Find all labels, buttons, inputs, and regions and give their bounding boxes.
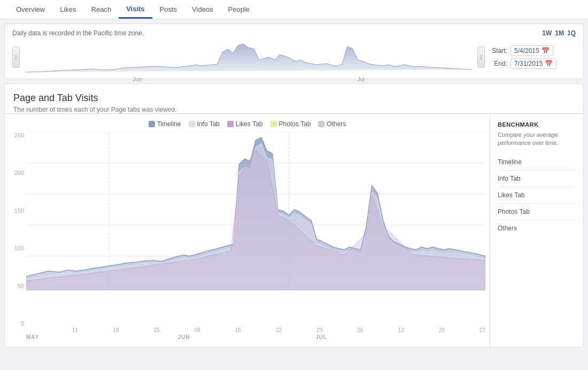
timeline-chart-area: Jun Jul Start: 5/4/2015 📅 End: (12, 41, 576, 73)
nav-reach[interactable]: Reach (84, 1, 119, 18)
start-date-input[interactable]: 5/4/2015 📅 (510, 45, 553, 56)
date-jul: Jul (357, 76, 365, 82)
page-tab-header: Page and Tab Visits The number of times … (4, 83, 584, 113)
top-navigation: Overview Likes Reach Visits Posts Videos… (0, 0, 588, 19)
x-15: 15 (235, 327, 241, 333)
legend-label-others: Others (327, 120, 346, 128)
legend-label-likes: Likes Tab (236, 120, 262, 128)
legend-info-tab: Info Tab (189, 120, 220, 128)
calendar-icon-start: 📅 (541, 47, 550, 55)
y-100: 100 (9, 245, 24, 251)
x-29: 29 (316, 327, 322, 333)
x-18: 18 (113, 327, 119, 333)
legend-color-timeline (149, 121, 155, 127)
chart-section: Timeline Info Tab Likes Tab Photos Tab O… (4, 113, 584, 348)
timeline-chart: Jun Jul (25, 41, 472, 73)
page-tab-title-section: Page and Tab Visits The number of times … (5, 84, 583, 113)
period-1q[interactable]: 1Q (567, 29, 576, 37)
y-200: 200 (9, 169, 24, 176)
month-jun: JUN (177, 334, 190, 340)
benchmark-sidebar: BENCHMARK Compare your average performan… (490, 114, 583, 347)
nav-videos[interactable]: Videos (184, 1, 221, 18)
benchmark-desc: Compare your average performance over ti… (498, 131, 576, 148)
legend-color-others (318, 121, 324, 127)
chart-svg-container: MAY 11 18 25 08 15 22 29 06 13 20 27 MAY… (26, 132, 485, 343)
end-label: End: (490, 60, 507, 67)
x-08: 08 (195, 327, 200, 333)
legend-label-photos: Photos Tab (279, 120, 311, 128)
legend-color-photos (270, 121, 277, 127)
main-chart-svg (26, 132, 485, 325)
y-250: 250 (9, 132, 24, 138)
x-month-labels: MAY JUN JUL (26, 334, 485, 343)
start-date-row: Start: 5/4/2015 📅 (490, 45, 576, 56)
timeline-date-labels: Jun Jul (25, 76, 472, 82)
x-11: 11 (72, 327, 78, 333)
legend-likes-tab: Likes Tab (227, 120, 262, 128)
nav-visits[interactable]: Visits (119, 1, 152, 19)
page-tab-desc: The number of times each of your Page ta… (13, 106, 575, 113)
legend-color-info (189, 121, 195, 127)
nav-posts[interactable]: Posts (152, 1, 185, 18)
benchmark-info-tab[interactable]: Info Tab (498, 171, 576, 187)
y-axis: 250 200 150 100 50 0 (9, 132, 26, 343)
legend-label-timeline: Timeline (157, 120, 181, 128)
x-22: 22 (276, 327, 282, 333)
x-axis-labels: MAY 11 18 25 08 15 22 29 06 13 20 27 (26, 326, 485, 333)
month-may: MAY (26, 334, 39, 340)
nav-overview[interactable]: Overview (9, 1, 52, 18)
timeline-info-bar: Daily data is recorded in the Pacific ti… (12, 29, 576, 37)
slider-handle-left[interactable] (12, 47, 20, 68)
page-tab-title: Page and Tab Visits (13, 92, 575, 104)
x-13: 13 (398, 327, 404, 333)
benchmark-photos-tab[interactable]: Photos Tab (498, 204, 576, 220)
legend-label-info: Info Tab (197, 120, 220, 128)
y-150: 150 (9, 207, 24, 214)
period-1w[interactable]: 1W (542, 29, 552, 37)
nav-likes[interactable]: Likes (52, 1, 83, 18)
end-date-row: End: 7/31/2015 📅 (490, 58, 576, 69)
calendar-icon-end: 📅 (545, 60, 553, 67)
x-25: 25 (153, 327, 159, 333)
benchmark-likes-tab[interactable]: Likes Tab (498, 187, 576, 204)
period-buttons: 1W 1M 1Q (542, 29, 576, 37)
benchmark-title: BENCHMARK (498, 121, 576, 128)
slider-handle-right[interactable] (477, 47, 485, 68)
start-date-value: 5/4/2015 (514, 47, 539, 55)
timeline-section: Daily data is recorded in the Pacific ti… (4, 24, 584, 79)
x-06: 06 (357, 327, 363, 333)
legend-color-likes (227, 121, 234, 127)
benchmark-timeline[interactable]: Timeline (498, 154, 576, 171)
chart-main-area: Timeline Info Tab Likes Tab Photos Tab O… (5, 114, 490, 347)
x-20: 20 (439, 327, 445, 333)
nav-people[interactable]: People (221, 1, 257, 18)
date-range: Start: 5/4/2015 📅 End: 7/31/2015 📅 (490, 45, 576, 69)
end-date-value: 7/31/2015 (514, 60, 543, 67)
end-date-input[interactable]: 7/31/2015 📅 (510, 58, 556, 69)
chart-with-axes: 250 200 150 100 50 0 (9, 132, 485, 343)
x-27: 27 (479, 327, 485, 333)
legend-timeline: Timeline (149, 120, 181, 128)
benchmark-list: Timeline Info Tab Likes Tab Photos Tab O… (498, 154, 576, 236)
chart-legend: Timeline Info Tab Likes Tab Photos Tab O… (9, 120, 485, 128)
date-jun: Jun (133, 76, 142, 82)
benchmark-others[interactable]: Others (498, 220, 576, 236)
month-jul: JUL (315, 334, 327, 340)
y-50: 50 (9, 283, 24, 289)
legend-others: Others (318, 120, 346, 128)
legend-photos-tab: Photos Tab (270, 120, 311, 128)
y-0: 0 (9, 320, 24, 327)
start-label: Start: (490, 47, 507, 55)
period-1m[interactable]: 1M (555, 29, 564, 37)
timezone-text: Daily data is recorded in the Pacific ti… (12, 29, 144, 37)
